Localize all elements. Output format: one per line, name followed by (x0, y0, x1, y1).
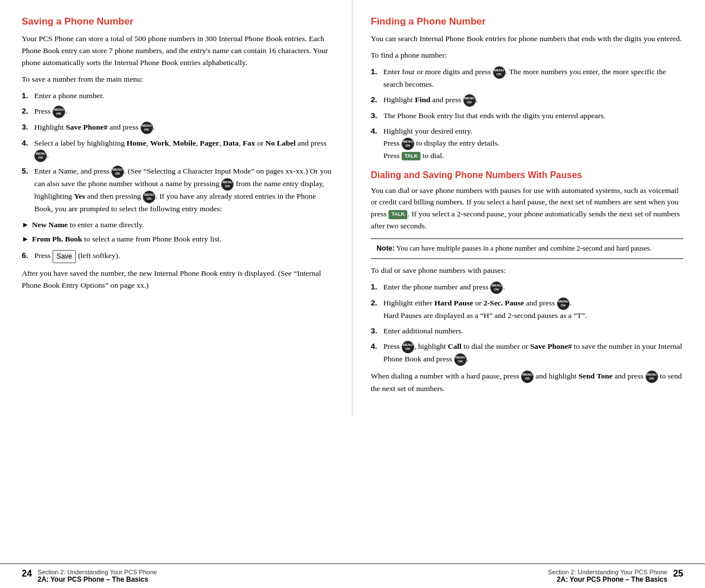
right-to-find: To find a phone number: (371, 50, 683, 62)
footer-right: Section 2: Understanding Your PCS Phone … (352, 564, 705, 588)
list-item: 2. Highlight Find and press MENUOK. (371, 94, 683, 107)
step-content: Highlight either Hard Pause or 2-Sec. Pa… (383, 297, 683, 322)
menu-ok-button: MENUOK (493, 66, 506, 79)
menu-ok-button: MENUOK (463, 94, 476, 107)
step-num: 3. (371, 325, 383, 337)
right-intro: You can search Internal Phone Book entri… (371, 33, 683, 45)
menu-ok-button: MENUOK (521, 370, 534, 383)
when-dialing-text: When dialing a number with a hard pause,… (371, 370, 683, 395)
list-item: 2. Highlight either Hard Pause or 2-Sec.… (371, 297, 683, 322)
list-item: 4. Highlight your desired entry. Press M… (371, 126, 683, 162)
bullet-arrow: ► (22, 219, 32, 231)
menu-ok-button: MENUOK (53, 106, 65, 118)
dial-steps-list: 1. Enter the phone number and press MENU… (371, 281, 683, 366)
step-num: 5. (22, 166, 34, 215)
right-page-num: 25 (673, 569, 683, 579)
step-content: Highlight your desired entry. Press MENU… (383, 126, 683, 162)
list-item: 1. Enter a phone number. (22, 90, 334, 102)
step-content: The Phone Book entry list that ends with… (383, 110, 683, 122)
step-num: 4. (22, 138, 34, 162)
step-content: Enter additional numbers. (383, 325, 683, 337)
find-steps-list: 1. Enter four or more digits and press M… (371, 66, 683, 162)
step-content: Press MENUOK. (34, 106, 334, 118)
menu-ok-button: MENUOK (646, 370, 658, 383)
step-content: Enter four or more digits and press MENU… (383, 66, 683, 91)
left-intro: Your PCS Phone can store a total of 500 … (22, 33, 334, 69)
list-item: 4. Select a label by highlighting Home, … (22, 138, 334, 162)
menu-ok-button: MENUOK (490, 281, 503, 294)
step-num: 2. (22, 106, 34, 118)
dialing-intro: You can dial or save phone numbers with … (371, 185, 683, 233)
step-num: 3. (371, 110, 383, 122)
menu-ok-button: MENUOK (34, 150, 47, 162)
right-page-label: 2A: Your PCS Phone – The Basics (548, 575, 667, 583)
to-dial-text: To dial or save phone numbers with pause… (371, 265, 683, 277)
list-item: 3. The Phone Book entry list that ends w… (371, 110, 683, 122)
save-softkey: Save (53, 250, 76, 263)
step-num: 1. (22, 90, 34, 102)
bullet-content: From Ph. Book to select a name from Phon… (32, 233, 222, 245)
list-item: 3. Enter additional numbers. (371, 325, 683, 337)
step-num: 1. (371, 66, 383, 91)
list-item: 5. Enter a Name, and press MENUOK. (See … (22, 166, 334, 215)
note-box: Note: You can have multiple pauses in a … (371, 238, 683, 259)
right-section-label: Section 2: Understanding Your PCS Phone (548, 569, 667, 575)
menu-ok-button: MENUOK (143, 191, 155, 203)
step-content: Press MENUOK, highlight Call to dial the… (383, 341, 683, 366)
step-content: Enter the phone number and press MENUOK. (383, 281, 683, 294)
bullet-list: ► New Name to enter a name directly. ► F… (22, 219, 334, 245)
bullet-arrow: ► (22, 233, 32, 245)
step6-list: 6. Press Save (left softkey). (22, 250, 334, 263)
list-item: ► From Ph. Book to select a name from Ph… (22, 233, 334, 245)
left-page-label: 2A: Your PCS Phone – The Basics (38, 575, 157, 583)
left-title: Saving a Phone Number (22, 16, 334, 27)
talk-button: TALK (402, 152, 420, 161)
step-num: 1. (371, 281, 383, 294)
menu-ok-button: MENUOK (111, 166, 124, 178)
page-wrapper: Saving a Phone Number Your PCS Phone can… (0, 0, 705, 588)
list-item: 4. Press MENUOK, highlight Call to dial … (371, 341, 683, 366)
left-section-label: Section 2: Understanding Your PCS Phone (38, 569, 157, 575)
left-column: Saving a Phone Number Your PCS Phone can… (0, 0, 352, 416)
list-item: 3. Highlight Save Phone# and press MENUO… (22, 122, 334, 134)
step-num: 4. (371, 126, 383, 162)
step-num: 6. (22, 250, 34, 263)
step-num: 2. (371, 94, 383, 107)
menu-ok-button: MENUOK (454, 353, 467, 366)
list-item: 6. Press Save (left softkey). (22, 250, 334, 263)
dialing-subsection-title: Dialing and Saving Phone Numbers With Pa… (371, 170, 683, 180)
right-column: Finding a Phone Number You can search In… (352, 0, 705, 416)
left-to-save: To save a number from the main menu: (22, 74, 334, 86)
footer-left: 24 Section 2: Understanding Your PCS Pho… (0, 564, 352, 588)
note-label: Note: (376, 244, 395, 252)
note-text: You can have multiple pauses in a phone … (396, 244, 652, 252)
left-steps-list: 1. Enter a phone number. 2. Press MENUOK… (22, 90, 334, 215)
step-content: Press Save (left softkey). (34, 250, 334, 263)
step-content: Enter a phone number. (34, 90, 334, 102)
step-content: Highlight Find and press MENUOK. (383, 94, 683, 107)
step-num: 3. (22, 122, 34, 134)
step-num: 4. (371, 341, 383, 366)
menu-ok-button: MENUOK (221, 178, 234, 191)
columns-row: Saving a Phone Number Your PCS Phone can… (0, 0, 705, 450)
step-content: Highlight Save Phone# and press MENUOK. (34, 122, 334, 134)
talk-button: TALK (388, 210, 407, 219)
list-item: ► New Name to enter a name directly. (22, 219, 334, 231)
page-footer: 24 Section 2: Understanding Your PCS Pho… (0, 563, 705, 588)
step-content: Enter a Name, and press MENUOK. (See “Se… (34, 166, 334, 215)
menu-ok-button: MENUOK (141, 122, 153, 134)
step-num: 2. (371, 297, 383, 322)
list-item: 1. Enter four or more digits and press M… (371, 66, 683, 91)
menu-ok-button: MENUOK (402, 341, 414, 353)
right-title: Finding a Phone Number (371, 16, 683, 27)
menu-ok-button: MENUOK (557, 297, 570, 310)
left-page-num: 24 (22, 569, 32, 579)
menu-ok-button: MENUOK (402, 138, 414, 150)
list-item: 2. Press MENUOK. (22, 106, 334, 118)
bullet-content: New Name to enter a name directly. (32, 219, 144, 231)
list-item: 1. Enter the phone number and press MENU… (371, 281, 683, 294)
step-content: Select a label by highlighting Home, Wor… (34, 138, 334, 162)
after-save-text: After you have saved the number, the new… (22, 268, 334, 292)
